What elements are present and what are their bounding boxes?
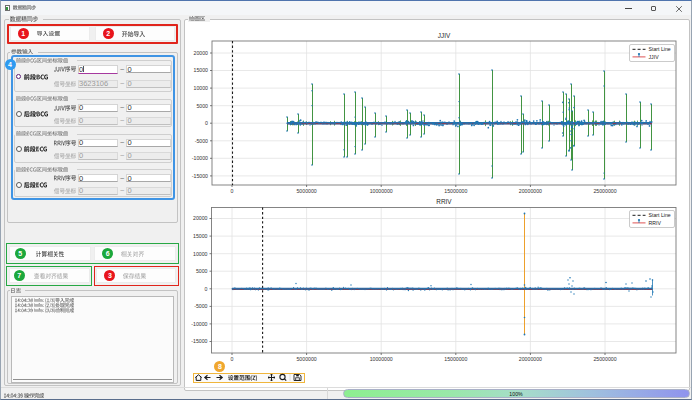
svg-text:20000000: 20000000	[519, 188, 542, 194]
svg-text:15000000: 15000000	[444, 356, 467, 362]
svg-text:0: 0	[231, 356, 234, 362]
svg-text:10000: 10000	[194, 85, 209, 91]
svg-text:25000000: 25000000	[593, 356, 616, 362]
svg-text:5000000: 5000000	[296, 188, 316, 194]
svg-text:5000000: 5000000	[296, 356, 316, 362]
svg-text:RRIV: RRIV	[436, 198, 452, 205]
svg-text:-10000: -10000	[192, 155, 208, 161]
svg-text:0: 0	[231, 188, 234, 194]
svg-text:0: 0	[205, 286, 208, 292]
svg-text:0: 0	[205, 120, 208, 126]
svg-text:5000: 5000	[196, 268, 208, 274]
svg-text:5000: 5000	[196, 103, 208, 109]
svg-text:Start Line: Start Line	[649, 46, 671, 52]
svg-text:-10000: -10000	[191, 321, 207, 327]
svg-text:-15000: -15000	[192, 173, 208, 179]
svg-text:Start Line: Start Line	[649, 212, 671, 218]
svg-text:RRIV: RRIV	[649, 220, 662, 226]
svg-text:20000000: 20000000	[519, 356, 542, 362]
svg-text:15000: 15000	[194, 67, 209, 73]
svg-text:JJIV: JJIV	[438, 32, 451, 39]
svg-text:15000000: 15000000	[444, 188, 467, 194]
svg-text:20000: 20000	[193, 215, 208, 221]
svg-text:10000000: 10000000	[370, 356, 393, 362]
svg-text:10000: 10000	[193, 251, 208, 257]
svg-text:25000000: 25000000	[593, 188, 616, 194]
svg-text:-5000: -5000	[194, 303, 207, 309]
svg-text:10000000: 10000000	[370, 188, 393, 194]
svg-text:JJIV: JJIV	[649, 54, 660, 60]
svg-text:-15000: -15000	[191, 338, 207, 344]
svg-text:-5000: -5000	[195, 138, 208, 144]
svg-text:20000: 20000	[194, 50, 209, 56]
svg-text:15000: 15000	[193, 233, 208, 239]
